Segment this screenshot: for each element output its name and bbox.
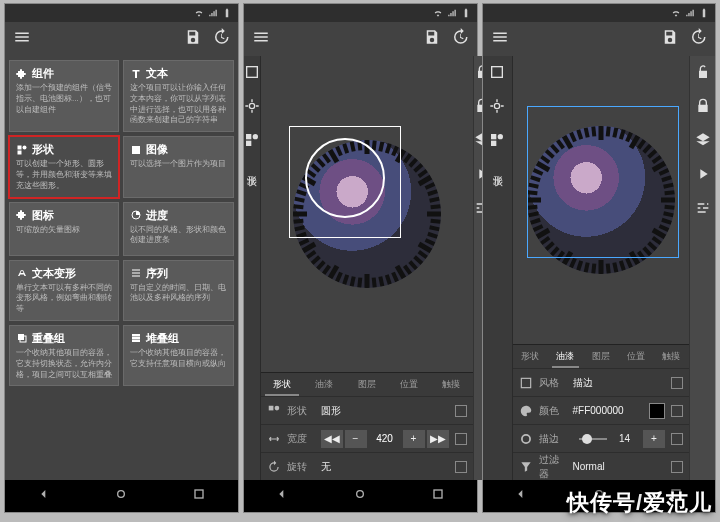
menu-icon[interactable] xyxy=(252,28,270,50)
row-stroke[interactable]: 描边 14 + xyxy=(513,424,690,452)
home-icon[interactable] xyxy=(113,486,129,506)
shapes-icon[interactable] xyxy=(244,132,260,152)
row-shape[interactable]: 形状 圆形 xyxy=(261,396,473,424)
app-bar xyxy=(5,22,238,56)
history-icon[interactable] xyxy=(212,28,230,50)
canvas[interactable] xyxy=(261,56,473,372)
svg-rect-13 xyxy=(246,134,251,139)
save-icon[interactable] xyxy=(184,28,202,50)
svg-rect-11 xyxy=(246,67,257,78)
width-icon xyxy=(267,432,281,446)
history-icon[interactable] xyxy=(451,28,469,50)
tab-3[interactable]: 位置 xyxy=(388,373,430,396)
svg-point-1 xyxy=(23,145,27,149)
checkbox[interactable] xyxy=(671,433,683,445)
tab-2[interactable]: 图层 xyxy=(583,345,618,368)
palette-icon xyxy=(519,404,533,418)
step-rewind[interactable]: ◀◀ xyxy=(321,430,343,448)
checkbox[interactable] xyxy=(671,461,683,473)
signal-icon xyxy=(208,8,218,18)
tab-4[interactable]: 触摸 xyxy=(430,373,472,396)
app-bar xyxy=(244,22,477,56)
checkbox[interactable] xyxy=(671,377,683,389)
card-image[interactable]: 图像可以选择一个图片作为项目 xyxy=(123,136,233,197)
checkbox[interactable] xyxy=(455,433,467,445)
recent-icon[interactable] xyxy=(430,486,446,506)
card-stack[interactable]: 堆叠组一个收纳其他项目的容器，它支持任意项目横向或纵向 xyxy=(123,325,233,386)
property-rows: 风格 描边 颜色 #FF000000 描边 14 + xyxy=(513,368,690,480)
label: 风格 xyxy=(539,376,567,390)
svg-rect-15 xyxy=(246,141,251,146)
tab-1[interactable]: 油漆 xyxy=(303,373,345,396)
selection-rect[interactable] xyxy=(527,106,679,258)
save-icon[interactable] xyxy=(661,28,679,50)
tab-2[interactable]: 图层 xyxy=(345,373,387,396)
back-icon[interactable] xyxy=(36,486,52,506)
shape-circle-handle[interactable] xyxy=(305,138,385,218)
tab-1[interactable]: 油漆 xyxy=(548,345,583,368)
checkbox[interactable] xyxy=(455,405,467,417)
row-width[interactable]: 宽度 ◀◀ − 420 + ▶▶ xyxy=(261,424,473,452)
tab-3[interactable]: 位置 xyxy=(618,345,653,368)
target-icon[interactable] xyxy=(244,98,260,118)
menu-icon[interactable] xyxy=(491,28,509,50)
back-icon[interactable] xyxy=(274,486,290,506)
tab-0[interactable]: 形状 xyxy=(261,373,303,396)
tab-4[interactable]: 触摸 xyxy=(654,345,689,368)
svg-rect-6 xyxy=(132,334,140,337)
value: Normal xyxy=(573,461,666,472)
history-icon[interactable] xyxy=(689,28,707,50)
lock-icon[interactable] xyxy=(695,98,711,118)
stroke-slider[interactable] xyxy=(579,438,608,440)
target-icon[interactable] xyxy=(489,98,505,118)
save-icon[interactable] xyxy=(423,28,441,50)
card-overlap[interactable]: 重叠组一个收纳其他项目的容器，它支持切换状态，允许内分格，项目之间可以互相重叠 xyxy=(9,325,119,386)
svg-point-26 xyxy=(521,434,529,442)
color-swatch[interactable] xyxy=(649,403,665,419)
back-icon[interactable] xyxy=(513,486,529,506)
play-icon[interactable] xyxy=(695,166,711,186)
root-icon[interactable] xyxy=(489,64,505,84)
label: 过滤器 xyxy=(539,453,567,481)
row-color[interactable]: 颜色 #FF000000 xyxy=(513,396,690,424)
step-plus[interactable]: + xyxy=(403,430,425,448)
row-filter[interactable]: 过滤器 Normal xyxy=(513,452,690,480)
canvas[interactable] xyxy=(513,56,690,344)
checkbox[interactable] xyxy=(455,461,467,473)
status-bar xyxy=(483,4,716,22)
menu-icon[interactable] xyxy=(13,28,31,50)
svg-rect-0 xyxy=(18,145,22,149)
adjust-icon[interactable] xyxy=(695,200,711,220)
card-text[interactable]: 文本这个项目可以让你输入任何文本内容，你可以从字列表中进行选择，也可以用各种函数… xyxy=(123,60,233,132)
filter-icon xyxy=(519,460,533,474)
step-plus[interactable]: + xyxy=(643,430,665,448)
root-icon[interactable] xyxy=(244,64,260,84)
recent-icon[interactable] xyxy=(191,486,207,506)
tab-0[interactable]: 形状 xyxy=(513,345,548,368)
value: 圆形 xyxy=(321,404,449,418)
signal-icon xyxy=(447,8,457,18)
step-minus[interactable]: − xyxy=(345,430,367,448)
checkbox[interactable] xyxy=(671,405,683,417)
card-puzzle[interactable]: 图标可缩放的矢量图标 xyxy=(9,202,119,256)
step-forward[interactable]: ▶▶ xyxy=(427,430,449,448)
card-morph[interactable]: 文本变形单行文本可以有多种不同的变形风格，例如弯曲和翻转等 xyxy=(9,260,119,321)
signal-icon xyxy=(685,8,695,18)
value: #FF000000 xyxy=(573,405,644,416)
home-icon[interactable] xyxy=(352,486,368,506)
card-series[interactable]: 序列可自定义的时间、日期、电池以及多种风格的序列 xyxy=(123,260,233,321)
unlock-icon[interactable] xyxy=(695,64,711,84)
phone-screen-1: 组件添加一个预建的组件（信号指示、电池图标...），也可以自建组件文本这个项目可… xyxy=(4,3,239,513)
row-style[interactable]: 风格 描边 xyxy=(513,368,690,396)
label: 颜色 xyxy=(539,404,567,418)
row-rotate[interactable]: 旋转 无 xyxy=(261,452,473,480)
layers-icon[interactable] xyxy=(695,132,711,152)
shapes-icon[interactable] xyxy=(489,132,505,152)
card-progress[interactable]: 进度以不同的风格、形状和颜色创建进度条 xyxy=(123,202,233,256)
shapes-icon xyxy=(267,404,281,418)
right-tool-rail xyxy=(689,56,715,480)
label: 描边 xyxy=(539,432,567,446)
card-puzzle[interactable]: 组件添加一个预建的组件（信号指示、电池图标...），也可以自建组件 xyxy=(9,60,119,132)
rotate-icon xyxy=(267,460,281,474)
card-shapes[interactable]: 形状可以创建一个矩形、圆形等，并用颜色和渐变等来填充这些图形。 xyxy=(9,136,119,197)
